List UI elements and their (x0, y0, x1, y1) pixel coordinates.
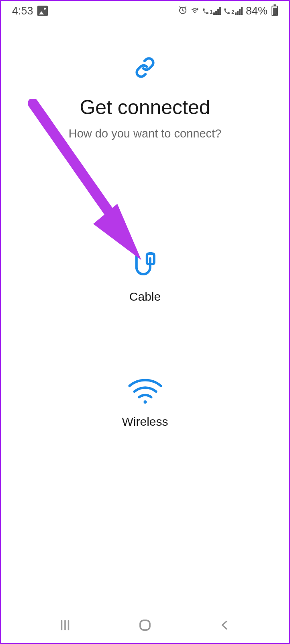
page-title: Get connected (80, 96, 210, 119)
status-time: 4:53 (12, 5, 33, 17)
svg-rect-2 (149, 252, 153, 255)
sim1-icon: 1 (202, 7, 221, 15)
alarm-icon (178, 5, 188, 16)
wireless-option[interactable]: Wireless (122, 379, 168, 429)
recents-button[interactable] (53, 613, 77, 637)
navigation-bar (1, 607, 289, 643)
cable-option[interactable]: Cable (129, 252, 161, 304)
cable-label: Cable (129, 290, 161, 304)
cable-icon (129, 252, 161, 282)
sim2-icon: 2 (223, 7, 243, 15)
status-bar: 4:53 1 2 84% (1, 1, 289, 21)
battery-percent: 84% (246, 5, 268, 17)
gallery-icon (37, 6, 48, 16)
svg-point-3 (143, 400, 147, 404)
link-icon (135, 57, 155, 80)
svg-marker-4 (93, 204, 141, 260)
wifi-icon (190, 5, 200, 16)
home-button[interactable] (133, 613, 157, 637)
page-subtitle: How do you want to connect? (69, 127, 221, 140)
svg-rect-8 (140, 620, 150, 630)
back-button[interactable] (213, 613, 237, 637)
wireless-label: Wireless (122, 415, 168, 429)
wireless-icon (127, 379, 163, 407)
battery-icon (272, 6, 278, 16)
